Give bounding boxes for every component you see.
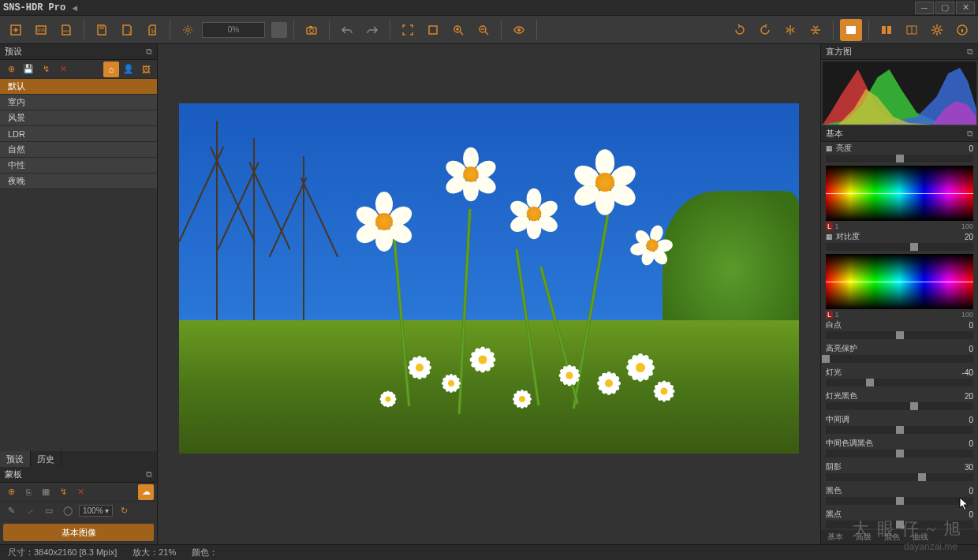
rect-tool-button[interactable]: ▭ <box>41 503 57 519</box>
svg-rect-14 <box>882 26 886 34</box>
slider-value: 20 <box>950 392 973 401</box>
right-bottom-tabs: 基本高级混色曲线 <box>821 530 978 544</box>
status-color: 颜色： <box>192 547 218 558</box>
slider-label: 中间色调黑色 <box>826 438 873 449</box>
rotate-ccw-button[interactable] <box>754 19 776 41</box>
view-split-button[interactable] <box>875 19 898 41</box>
tab-history[interactable]: 历史 <box>31 451 62 467</box>
category-all-button[interactable]: ⌂ <box>103 62 119 77</box>
slider-track[interactable] <box>826 521 973 528</box>
zoom-in-button[interactable] <box>447 19 469 41</box>
preset-item[interactable]: 默认 <box>0 79 157 95</box>
undo-button[interactable] <box>336 19 358 41</box>
slider-track[interactable] <box>826 426 973 434</box>
bottom-tab[interactable]: 高级 <box>849 530 878 544</box>
bottom-tab[interactable]: 基本 <box>821 530 849 544</box>
preview-button[interactable] <box>508 19 530 41</box>
slider-track[interactable] <box>826 355 973 363</box>
histogram-view <box>823 62 976 125</box>
pin-icon[interactable]: ⧉ <box>967 47 973 57</box>
slider-黑色: 黑色0 <box>821 484 978 497</box>
canvas-area[interactable] <box>158 44 820 544</box>
minimize-button[interactable]: ─ <box>915 2 934 14</box>
export-button[interactable] <box>141 19 163 41</box>
slider-中间调: 中间调0 <box>821 413 978 426</box>
pin-icon[interactable]: ⧉ <box>146 47 152 57</box>
preset-item[interactable]: LDR <box>0 126 157 142</box>
mask-zoom-select[interactable]: 100% ▾ <box>79 505 113 517</box>
slider-track[interactable] <box>826 155 973 162</box>
spectrum-picker[interactable] <box>826 254 973 309</box>
pin-icon[interactable]: ⧉ <box>146 469 152 480</box>
category-portrait-button[interactable]: 👤 <box>121 62 136 77</box>
slider-白点: 白点0 <box>821 319 978 331</box>
camera-button[interactable] <box>300 19 323 41</box>
redo-button[interactable] <box>361 19 383 41</box>
settings-button[interactable] <box>177 19 199 41</box>
info-button[interactable] <box>951 19 973 41</box>
new-project-button[interactable] <box>5 19 27 41</box>
fit-screen-button[interactable] <box>397 19 419 41</box>
rotate-cw-button[interactable] <box>729 19 751 41</box>
save-as-button[interactable] <box>116 19 138 41</box>
left-panel: 预设 ⧉ ⊕ 💾 ↯ ✕ ⌂ 👤 🖼 默认室内风景LDR自然中性夜晚 预设 历史… <box>0 44 158 544</box>
cloud-mask-button[interactable]: ☁ <box>138 484 154 500</box>
delete-mask-button[interactable]: ✕ <box>73 484 88 500</box>
save-button[interactable] <box>91 19 113 41</box>
preset-item[interactable]: 室内 <box>0 95 157 110</box>
slider-track[interactable] <box>826 331 973 339</box>
zoom-out-button[interactable] <box>472 19 495 41</box>
brush-tool-button[interactable]: ✎ <box>3 503 19 519</box>
delete-preset-button[interactable]: ✕ <box>55 62 71 77</box>
maximize-button[interactable]: ▢ <box>935 2 954 14</box>
spectrum-picker[interactable] <box>826 166 973 221</box>
slider-label: 黑点 <box>826 509 842 520</box>
bottom-tab[interactable]: 曲线 <box>906 530 935 544</box>
category-landscape-button[interactable]: 🖼 <box>138 62 154 77</box>
mask-refresh-button[interactable]: ↻ <box>116 503 132 519</box>
dropper-tool-button[interactable]: ⟋ <box>22 503 38 519</box>
slider-track[interactable] <box>826 379 973 386</box>
base-image-button[interactable]: 基本图像 <box>3 524 154 541</box>
stop-button[interactable] <box>271 22 287 38</box>
ellipse-tool-button[interactable]: ◯ <box>60 503 76 519</box>
close-button[interactable]: ✕ <box>956 2 975 14</box>
slider-label: 灯光 <box>826 367 842 378</box>
image-view <box>179 103 799 454</box>
refresh-mask-button[interactable]: ↯ <box>55 484 71 500</box>
slider-track[interactable] <box>826 402 973 410</box>
basic-title: 基本 <box>826 128 843 140</box>
refresh-presets-button[interactable]: ↯ <box>38 62 54 77</box>
save-preset-button[interactable]: 💾 <box>21 62 36 77</box>
view-compare-button[interactable] <box>901 19 923 41</box>
flip-v-button[interactable] <box>804 19 827 41</box>
slider-灯光黑色: 灯光黑色20 <box>821 390 978 402</box>
paste-mask-button[interactable]: ▦ <box>38 484 54 500</box>
grid-icon[interactable]: ▦ <box>826 144 833 152</box>
open-sns-button[interactable]: SNS <box>30 19 52 41</box>
slider-track[interactable] <box>826 243 973 251</box>
preset-tabs: 预设 历史 <box>0 451 157 467</box>
preset-item[interactable]: 中性 <box>0 158 157 174</box>
save-sns-button[interactable]: SNS <box>55 19 77 41</box>
tab-presets[interactable]: 预设 <box>0 451 31 467</box>
bottom-tab[interactable]: 混色 <box>878 530 906 544</box>
add-preset-button[interactable]: ⊕ <box>3 62 19 77</box>
slider-track[interactable] <box>826 473 973 481</box>
slider-label: 亮度 <box>836 143 852 154</box>
add-mask-button[interactable]: ⊕ <box>3 484 19 500</box>
preset-item[interactable]: 风景 <box>0 110 157 126</box>
copy-mask-button[interactable]: ⎘ <box>21 484 36 500</box>
slider-track[interactable] <box>826 450 973 457</box>
slider-阴影: 阴影30 <box>821 461 978 473</box>
preset-item[interactable]: 夜晚 <box>0 174 157 189</box>
preferences-button[interactable] <box>926 19 948 41</box>
view-single-button[interactable] <box>840 19 862 41</box>
flip-h-button[interactable] <box>779 19 801 41</box>
slider-track[interactable] <box>826 497 973 505</box>
grid-icon[interactable]: ▦ <box>826 233 833 241</box>
preset-item[interactable]: 自然 <box>0 142 157 158</box>
pin-icon[interactable]: ⧉ <box>967 129 973 139</box>
slider-value: 0 <box>950 144 973 153</box>
actual-size-button[interactable] <box>422 19 444 41</box>
